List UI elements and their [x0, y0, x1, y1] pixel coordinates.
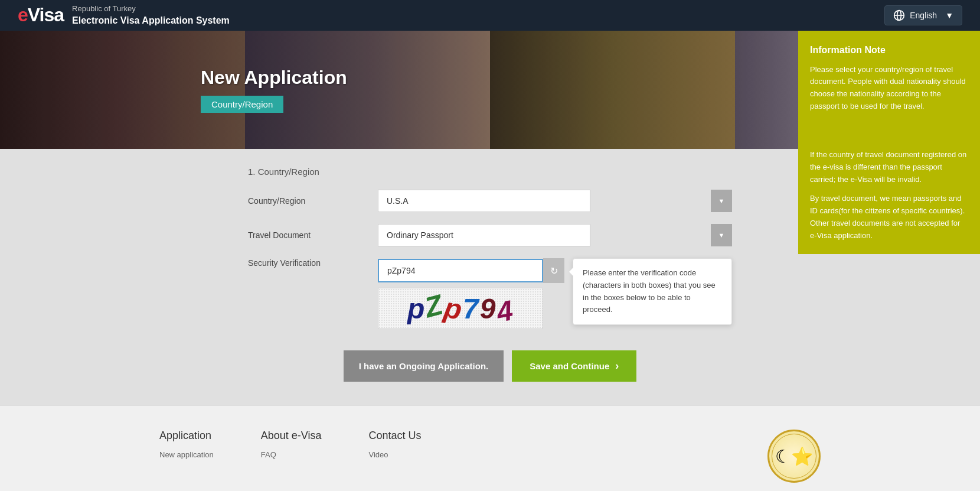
footer-col-application: Application New application	[159, 430, 214, 463]
security-input[interactable]	[378, 259, 543, 282]
save-continue-button[interactable]: Save and Continue ›	[512, 350, 636, 382]
security-label: Security Verification	[248, 258, 378, 268]
verification-tooltip: Please enter the verification code (char…	[573, 258, 732, 325]
hero-section: New Application Country/Region Informati…	[0, 31, 980, 149]
hero-breadcrumb: Country/Region	[201, 96, 283, 113]
country-select[interactable]: U.S.A	[378, 190, 590, 212]
captcha-char-3: p	[442, 291, 465, 326]
save-continue-label: Save and Continue	[530, 361, 609, 371]
footer-col-about: About e-Visa FAQ	[261, 430, 322, 463]
info-note-extended: If the country of travel document regist…	[798, 149, 980, 254]
captcha-char-6: 4	[494, 293, 517, 328]
country-row: Country/Region U.S.A	[248, 190, 732, 212]
country-label: Country/Region	[248, 196, 378, 206]
logo: eVisa	[18, 4, 64, 26]
footer-link-faq[interactable]: FAQ	[261, 450, 322, 459]
footer-col2-heading: About e-Visa	[261, 430, 322, 442]
turkey-seal: ☾⭐	[767, 430, 821, 483]
save-arrow-icon: ›	[615, 360, 619, 372]
lang-chevron-icon: ▼	[945, 11, 953, 20]
main-content: If the country of travel document regist…	[0, 149, 980, 405]
lang-label: English	[910, 11, 937, 20]
hero-title: New Application	[201, 67, 347, 89]
verification-input-wrap: ↻	[378, 258, 564, 283]
captcha-text: pZp794	[407, 292, 514, 325]
footer-col-contact: Contact Us Video	[369, 430, 422, 463]
info-note-p3: By travel document, we mean passports an…	[810, 193, 968, 242]
footer-inner: Application New application About e-Visa…	[136, 430, 844, 483]
buttons-row: I have an Ongoing Application. Save and …	[248, 350, 732, 382]
footer-seal: ☾⭐	[767, 430, 821, 483]
refresh-captcha-button[interactable]: ↻	[543, 258, 564, 283]
site-header: eVisa Republic of Turkey Electronic Visa…	[0, 0, 980, 31]
footer-col1-heading: Application	[159, 430, 214, 442]
logo-area: eVisa Republic of Turkey Electronic Visa…	[18, 4, 230, 28]
captcha-image: pZp794	[378, 288, 543, 329]
seal-stars	[772, 434, 816, 479]
ongoing-application-button[interactable]: I have an Ongoing Application.	[344, 350, 504, 382]
security-control: ↻ pZp794	[378, 258, 564, 329]
hero-content: New Application Country/Region	[201, 67, 347, 113]
logo-title: Electronic Visa Application System	[72, 14, 230, 27]
travel-doc-row: Travel Document Ordinary Passport	[248, 224, 732, 246]
tooltip-text: Please enter the verification code (char…	[583, 268, 716, 314]
logo-e: e	[18, 4, 28, 25]
site-footer: Application New application About e-Visa…	[0, 405, 980, 491]
travel-doc-label: Travel Document	[248, 230, 378, 240]
logo-subtitle: Republic of Turkey	[72, 4, 136, 13]
country-control: U.S.A	[378, 190, 732, 212]
language-selector[interactable]: English ▼	[884, 5, 962, 25]
logo-visa: Visa	[28, 4, 64, 25]
section-title: 1. Country/Region	[248, 167, 732, 177]
captcha-char-4: 7	[463, 293, 480, 324]
security-row: Security Verification ↻ pZp794 Please en…	[248, 258, 732, 329]
info-note: Information Note Please select your coun…	[798, 31, 980, 149]
footer-col3-heading: Contact Us	[369, 430, 422, 442]
globe-icon	[893, 9, 905, 21]
logo-text: Republic of Turkey Electronic Visa Appli…	[72, 4, 230, 28]
travel-doc-select[interactable]: Ordinary Passport	[378, 224, 590, 246]
form-section: 1. Country/Region Country/Region U.S.A T…	[224, 167, 756, 382]
travel-doc-control: Ordinary Passport	[378, 224, 732, 246]
country-select-arrow	[711, 190, 732, 212]
footer-link-new-application[interactable]: New application	[159, 450, 214, 459]
footer-link-video[interactable]: Video	[369, 450, 422, 459]
info-note-p1: Please select your country/region of tra…	[810, 64, 968, 113]
travel-doc-select-arrow	[711, 224, 732, 246]
info-note-p2: If the country of travel document regist…	[810, 149, 968, 186]
info-note-heading: Information Note	[810, 43, 968, 58]
